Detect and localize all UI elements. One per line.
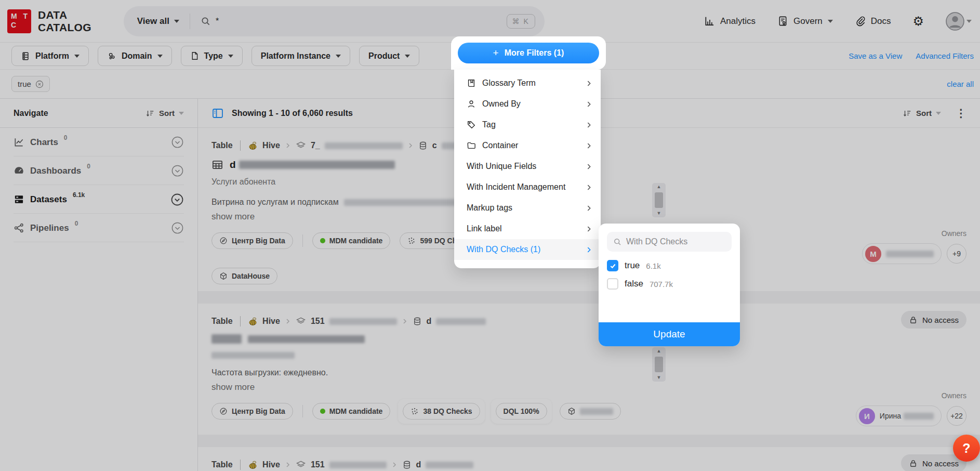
nav-docs[interactable]: Docs xyxy=(855,16,891,27)
filter-type[interactable]: Type xyxy=(181,46,243,66)
chevron-right-icon xyxy=(586,226,592,232)
circle-chevron-down-icon[interactable] xyxy=(171,164,184,177)
circle-chevron-down-icon[interactable] xyxy=(171,136,184,149)
navigate-sidebar: Navigate Sort Charts 0 Dashboards 0 xyxy=(0,99,198,471)
nav-govern[interactable]: Govern xyxy=(777,16,833,27)
result-card[interactable]: No access Table Hive 151 d xyxy=(198,304,980,435)
remove-filter-icon[interactable] xyxy=(35,80,44,88)
platform-label[interactable]: Hive xyxy=(262,317,280,326)
toggle-matches-panel-icon[interactable] xyxy=(211,107,224,120)
results-count-text: Showing 1 - 10 of 6,060 results xyxy=(232,109,353,118)
sidebar-header: Navigate Sort xyxy=(0,99,197,128)
user-avatar[interactable] xyxy=(946,12,972,31)
owner-pill[interactable]: И Ирина xyxy=(856,405,942,426)
menu-item-tag[interactable]: Tag xyxy=(454,114,601,135)
app-logo[interactable]: M T C DATA CATALOG xyxy=(7,9,91,33)
search-input[interactable]: * xyxy=(201,16,507,26)
circle-chevron-down-icon[interactable] xyxy=(171,221,184,234)
pipeline-icon xyxy=(14,223,24,233)
container-name-prefix[interactable]: 7_ xyxy=(311,141,320,150)
tag-scrollbar[interactable]: ▲ ▼ xyxy=(652,347,666,382)
tag-center-big-data[interactable]: Центр Big Data xyxy=(211,232,293,249)
tag-scrollbar[interactable]: ▲ ▼ xyxy=(652,183,666,217)
filter-platform-instance-label: Platform Instance xyxy=(261,51,330,61)
search-icon xyxy=(613,238,621,246)
database-name-prefix[interactable]: d xyxy=(427,317,432,326)
tag-mdm-candidate[interactable]: MDM candidate xyxy=(312,403,391,420)
filter-domain-label: Domain xyxy=(122,51,152,61)
more-owners-button[interactable]: +22 xyxy=(947,406,966,426)
sidebar-sort-button[interactable]: Sort xyxy=(145,109,184,118)
more-filters-button[interactable]: + More Filters (1) xyxy=(458,43,599,63)
advanced-filters-link[interactable]: Advanced Filters xyxy=(916,51,974,60)
sidebar-item-datasets[interactable]: Datasets 6.1k xyxy=(0,185,197,214)
tag-datahouse[interactable]: DataHouse xyxy=(211,268,277,284)
owner-avatar: M xyxy=(865,246,881,262)
checkbox-checked-icon[interactable] xyxy=(607,260,618,271)
owner-pill[interactable]: M xyxy=(862,243,942,264)
database-icon xyxy=(413,317,422,326)
platform-label[interactable]: Hive xyxy=(262,460,280,469)
platform-label[interactable]: Hive xyxy=(262,141,280,150)
dq-option-false[interactable]: false 707.7k xyxy=(607,278,732,290)
sidebar-item-pipelines[interactable]: Pipelines 0 xyxy=(0,214,197,242)
menu-item-with-dq-checks[interactable]: With DQ Checks (1) xyxy=(454,239,601,260)
clear-all-link[interactable]: clear all xyxy=(947,80,974,88)
circle-chevron-down-icon[interactable] xyxy=(170,193,184,206)
dq-option-true[interactable]: true 6.1k xyxy=(607,260,732,271)
dataset-title[interactable] xyxy=(211,334,966,344)
update-button[interactable]: Update xyxy=(599,322,740,346)
results-sort-button[interactable]: Sort xyxy=(903,109,941,118)
result-card[interactable]: No access Table Hive 151 d xyxy=(198,447,980,471)
filter-product[interactable]: Product xyxy=(359,46,419,66)
more-owners-button[interactable]: +9 xyxy=(947,244,966,264)
search-icon xyxy=(201,16,210,26)
settings-gear-icon[interactable]: ⚙ xyxy=(912,15,924,28)
menu-item-owned-by[interactable]: Owned By xyxy=(454,94,601,114)
sidebar-item-dashboards[interactable]: Dashboards 0 xyxy=(0,156,197,185)
scroll-thumb[interactable] xyxy=(655,357,663,372)
green-dot-icon xyxy=(320,238,325,243)
container-name-prefix[interactable]: 151 xyxy=(311,317,325,326)
menu-item-with-unique-fields[interactable]: With Unique Fields xyxy=(454,156,601,177)
nav-analytics[interactable]: Analytics xyxy=(704,16,756,27)
tag-redacted[interactable] xyxy=(560,403,621,420)
chevron-right-icon xyxy=(402,318,408,324)
active-filter-chip-true[interactable]: true xyxy=(11,76,50,92)
menu-item-container[interactable]: Container xyxy=(454,135,601,156)
checkbox-unchecked-icon[interactable] xyxy=(607,278,618,290)
scroll-thumb[interactable] xyxy=(655,192,663,208)
kebab-menu-icon[interactable]: ⋮ xyxy=(956,108,966,119)
filter-platform[interactable]: Platform xyxy=(11,46,89,66)
help-button[interactable]: ? xyxy=(953,435,980,462)
scroll-down-icon[interactable]: ▼ xyxy=(657,375,661,380)
dataset-title-prefix: d xyxy=(230,159,236,171)
tag-mdm-candidate[interactable]: MDM candidate xyxy=(312,232,391,249)
menu-item-glossary-term[interactable]: Glossary Term xyxy=(454,73,601,94)
dataset-description: Частота выгрузки: ежедневно. xyxy=(211,368,966,377)
show-more-link[interactable]: show more xyxy=(211,212,255,222)
menu-item-with-incident-management[interactable]: With Incident Management xyxy=(454,177,601,198)
tag-dql-score[interactable]: DQL 100% xyxy=(496,403,547,420)
show-more-link[interactable]: show more xyxy=(211,382,255,392)
view-all-dropdown[interactable]: View all xyxy=(137,16,179,27)
scroll-up-icon[interactable]: ▲ xyxy=(657,349,661,354)
sidebar-sort-label: Sort xyxy=(159,109,175,117)
scroll-up-icon[interactable]: ▲ xyxy=(657,185,661,189)
dq-search-input[interactable]: With DQ Checks xyxy=(607,232,732,252)
tag-center-big-data[interactable]: Центр Big Data xyxy=(211,403,293,420)
filter-platform-instance[interactable]: Platform Instance xyxy=(251,46,350,66)
sidebar-item-charts[interactable]: Charts 0 xyxy=(0,128,197,156)
scroll-down-icon[interactable]: ▼ xyxy=(657,211,661,216)
menu-item-markup-tags[interactable]: Markup tags xyxy=(454,198,601,218)
database-name-prefix[interactable]: d xyxy=(416,460,421,469)
save-as-view-link[interactable]: Save as a View xyxy=(849,51,902,60)
spotlight-highlight: DQL 100% xyxy=(491,399,552,424)
menu-item-link-label[interactable]: Link label xyxy=(454,218,601,239)
green-dot-icon xyxy=(320,409,325,414)
database-name-prefix[interactable]: c xyxy=(432,141,437,150)
option-label: false xyxy=(625,279,643,289)
tag-dq-checks[interactable]: 38 DQ Checks xyxy=(403,403,480,420)
container-name-prefix[interactable]: 151 xyxy=(311,460,325,469)
filter-domain[interactable]: Domain xyxy=(98,46,172,66)
